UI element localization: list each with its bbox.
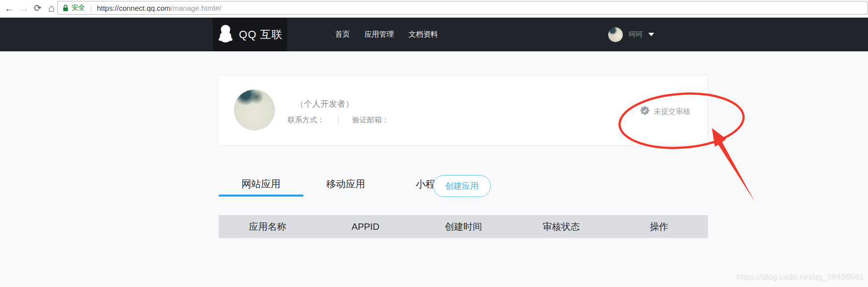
- column-actions: 操作: [610, 221, 708, 233]
- nav-item-home[interactable]: 首页: [335, 30, 350, 39]
- url-host: https://connect.qq.com: [97, 4, 171, 12]
- developer-profile-card: （个人开发者） 联系方式： 验证邮箱：: [218, 75, 708, 146]
- qq-connect-logo[interactable]: QQ 互联: [213, 18, 287, 51]
- create-app-button[interactable]: 创建应用: [433, 175, 491, 197]
- nav-item-docs[interactable]: 文档资料: [409, 30, 438, 39]
- contact-label: 联系方式：: [288, 115, 324, 125]
- reload-icon[interactable]: ⟳: [31, 1, 44, 16]
- developer-avatar: [234, 89, 275, 131]
- back-icon[interactable]: ←: [3, 1, 16, 16]
- watermark-url: https://blog.csdn.net/qq_38496561: [736, 272, 864, 282]
- logo-text: QQ 互联: [239, 27, 282, 42]
- penguin-icon: [217, 24, 234, 45]
- site-navbar: QQ 互联 首页 应用管理 文档资料 呵呵: [0, 18, 868, 51]
- column-review-status: 审核状态: [512, 221, 610, 233]
- nav-item-app-management[interactable]: 应用管理: [365, 30, 394, 39]
- lock-icon: [63, 4, 69, 12]
- badge-check-icon: [640, 106, 650, 117]
- nav-links: 首页 应用管理 文档资料: [335, 18, 438, 51]
- user-name: 呵呵: [629, 30, 642, 39]
- address-bar[interactable]: 安全 | https://connect.qq.com/manage.html#…: [57, 1, 868, 15]
- user-avatar: [608, 27, 623, 42]
- review-status-text: 未提交审核: [654, 107, 690, 116]
- page-body: （个人开发者） 联系方式： 验证邮箱：: [0, 51, 868, 287]
- column-create-time: 创建时间: [414, 221, 512, 233]
- column-appid: APPID: [317, 221, 414, 232]
- tab-website-apps[interactable]: 网站应用: [219, 174, 303, 197]
- review-status: 未提交审核: [640, 106, 690, 117]
- browser-toolbar: ← → ⟳ ⌂ 安全 | https://connect.qq.com/mana…: [0, 0, 868, 18]
- url-separator: |: [90, 4, 92, 12]
- screen: ← → ⟳ ⌂ 安全 | https://connect.qq.com/mana…: [0, 0, 868, 287]
- chevron-down-icon: [648, 33, 654, 36]
- user-menu[interactable]: 呵呵: [608, 18, 654, 51]
- secure-label: 安全: [71, 3, 85, 12]
- tab-mobile-apps[interactable]: 移动应用: [303, 174, 388, 197]
- contact-divider: [338, 114, 339, 125]
- developer-type-label: （个人开发者）: [296, 98, 354, 110]
- home-icon[interactable]: ⌂: [45, 1, 58, 16]
- forward-icon[interactable]: →: [18, 1, 30, 16]
- contact-row: 联系方式： 验证邮箱：: [288, 114, 389, 125]
- column-app-name: 应用名称: [219, 221, 317, 233]
- email-label: 验证邮箱：: [352, 115, 389, 125]
- app-table-header: 应用名称 APPID 创建时间 审核状态 操作: [219, 215, 708, 238]
- url-path: /manage.html#/: [171, 4, 221, 12]
